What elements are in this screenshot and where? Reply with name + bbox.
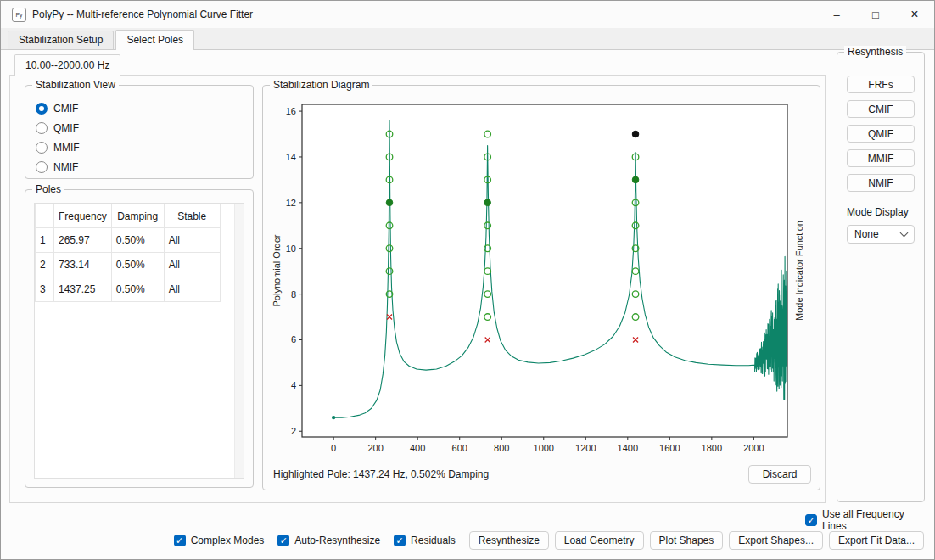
x-tick-label: 800 (494, 443, 509, 453)
export-shapes-button[interactable]: Export Shapes... (729, 531, 823, 550)
pole-marker-highlighted[interactable] (632, 131, 639, 137)
checkbox-icon: ✓ (394, 535, 406, 546)
curve-start-marker (332, 416, 335, 419)
poles-group: Poles Frequency Damping Stable 1 265.97 … (25, 189, 254, 488)
cell-stable: All (164, 253, 220, 277)
plot-shapes-button[interactable]: Plot Shapes (650, 531, 724, 550)
x-tick-label: 2000 (743, 443, 764, 453)
residuals-checkbox[interactable]: ✓ Residuals (394, 535, 456, 546)
radio-cmif[interactable]: CMIF (36, 98, 80, 118)
cell-damping: 0.50% (111, 277, 164, 302)
row-number: 3 (36, 277, 54, 302)
stabilization-plot[interactable]: 2468101214160200400600800100012001400160… (270, 98, 813, 461)
cell-damping: 0.50% (111, 253, 164, 277)
checkbox-label: Use all Frequency Lines (822, 508, 927, 532)
radio-label: CMIF (53, 103, 78, 115)
cell-damping: 0.50% (111, 228, 164, 253)
cell-frequency: 1437.25 (54, 277, 112, 302)
cell-frequency: 265.97 (54, 228, 112, 253)
pole-row[interactable]: 2 733.14 0.50% All (36, 253, 221, 277)
nmif-button[interactable]: NMIF (847, 174, 915, 192)
mode-display-dropdown[interactable]: None (847, 225, 915, 244)
radio-icon (36, 103, 48, 115)
y-tick-label: 16 (286, 106, 296, 116)
app-icon[interactable]: Py (12, 8, 26, 22)
maximize-button[interactable]: □ (856, 1, 895, 28)
cell-stable: All (164, 277, 220, 302)
cell-frequency: 733.14 (54, 253, 112, 277)
radio-nmif[interactable]: NMIF (36, 157, 80, 176)
resynthesis-group: Resynthesis FRFs CMIF QMIF MMIF NMIF Mod… (837, 52, 925, 502)
checkbox-label: Residuals (411, 535, 456, 546)
checkbox-icon: ✓ (174, 535, 186, 546)
column-header-frequency[interactable]: Frequency (54, 204, 112, 228)
pole-row[interactable]: 1 265.97 0.50% All (36, 228, 221, 253)
export-fit-data-button[interactable]: Export Fit Data... (829, 531, 924, 550)
x-tick-label: 1000 (534, 443, 554, 453)
tab-frequency-band[interactable]: 10.00--2000.00 Hz (14, 54, 120, 76)
right-axis-label: Mode Indicator Function (794, 221, 804, 321)
x-tick-label: 1600 (659, 443, 680, 453)
checkbox-icon: ✓ (805, 514, 817, 526)
poles-scrollbar[interactable] (234, 204, 244, 478)
pole-marker-selected[interactable] (632, 176, 639, 183)
chevron-down-icon (900, 229, 909, 238)
radio-qmif[interactable]: QMIF (36, 118, 80, 137)
tab-stabilization-setup[interactable]: Stabilization Setup (8, 31, 114, 49)
group-title: Stabilization Diagram (270, 79, 372, 91)
group-title: Poles (32, 183, 64, 195)
y-tick-label: 14 (286, 152, 296, 162)
tab-strip: Stabilization Setup Select Poles (1, 28, 934, 49)
row-number: 1 (36, 228, 54, 253)
frfs-button[interactable]: FRFs (847, 76, 915, 93)
pole-row[interactable]: 3 1437.25 0.50% All (36, 277, 221, 302)
y-tick-label: 8 (291, 289, 296, 300)
x-tick-label: 1800 (702, 443, 722, 453)
x-tick-label: 0 (331, 443, 336, 453)
use-all-frequency-lines-checkbox[interactable]: ✓ Use all Frequency Lines (805, 508, 927, 532)
cmif-button[interactable]: CMIF (847, 100, 915, 118)
radio-icon (36, 122, 48, 134)
pole-marker-selected[interactable] (484, 199, 491, 206)
radio-icon (36, 142, 48, 154)
cell-stable: All (164, 228, 220, 253)
stabilization-diagram-group: Stabilization Diagram 246810121416020040… (262, 85, 820, 490)
y-tick-label: 4 (291, 380, 296, 390)
x-tick-label: 600 (452, 443, 468, 453)
x-tick-label: 1200 (575, 443, 596, 453)
discard-button[interactable]: Discard (748, 465, 811, 484)
dropdown-value: None (854, 228, 879, 240)
tab-select-poles[interactable]: Select Poles (115, 30, 194, 50)
x-tick-label: 400 (410, 443, 425, 453)
group-title: Resynthesis (844, 46, 906, 58)
column-header-damping[interactable]: Damping (111, 204, 164, 228)
window-title: PolyPy -- Multi-reference Polynomial Cur… (32, 8, 253, 20)
qmif-button[interactable]: QMIF (847, 125, 915, 143)
mode-display-label: Mode Display (847, 206, 909, 218)
radio-mmif[interactable]: MMIF (36, 137, 80, 157)
group-title: Stabilization View (32, 79, 119, 91)
radio-label: NMIF (53, 161, 78, 173)
load-geometry-button[interactable]: Load Geometry (555, 531, 644, 550)
highlighted-pole-text: Highlighted Pole: 1437.24 Hz, 0.502% Dam… (273, 468, 489, 480)
complex-modes-checkbox[interactable]: ✓ Complex Modes (174, 535, 265, 546)
resynthesize-button[interactable]: Resynthesize (469, 531, 549, 550)
checkbox-label: Complex Modes (191, 535, 265, 546)
y-axis-label: Polynomial Order (272, 234, 282, 306)
close-button[interactable]: × (895, 1, 934, 28)
corner-cell (36, 204, 54, 228)
app-window: Py PolyPy -- Multi-reference Polynomial … (0, 0, 935, 560)
stabilization-view-group: Stabilization View CMIF QMIF MMIF NMIF (25, 85, 254, 179)
checkbox-icon: ✓ (277, 535, 289, 546)
titlebar[interactable]: Py PolyPy -- Multi-reference Polynomial … (1, 1, 934, 28)
y-tick-label: 12 (286, 198, 296, 208)
minimize-button[interactable]: – (817, 1, 856, 28)
column-header-stable[interactable]: Stable (164, 204, 220, 228)
x-tick-label: 1400 (618, 443, 638, 453)
auto-resynthesize-checkbox[interactable]: ✓ Auto-Resynthesize (277, 535, 380, 546)
checkbox-label: Auto-Resynthesize (294, 535, 380, 546)
mmif-button[interactable]: MMIF (847, 149, 915, 167)
poles-table: Frequency Damping Stable 1 265.97 0.50% … (34, 203, 244, 479)
pole-marker-selected[interactable] (386, 199, 393, 206)
row-number: 2 (36, 253, 54, 277)
